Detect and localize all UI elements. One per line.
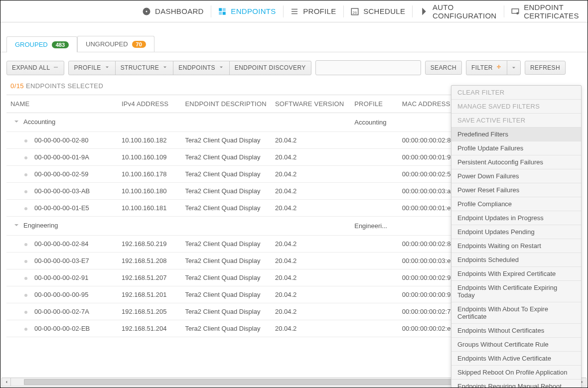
scroll-thumb[interactable] xyxy=(24,379,482,385)
tab-label: GROUPED xyxy=(15,41,48,48)
filter-menu-item[interactable]: Endpoint Updates in Progress xyxy=(451,211,581,225)
filter-dropdown[interactable]: CLEAR FILTERMANAGE SAVED FILTERSSAVE ACT… xyxy=(451,85,582,388)
status-dot-icon xyxy=(24,139,27,142)
profile-icon xyxy=(290,7,299,16)
status-dot-icon xyxy=(24,173,27,176)
autoconfig-icon xyxy=(420,7,429,16)
dashboard-icon xyxy=(142,7,151,16)
endpoints-button[interactable]: ENDPOINTS xyxy=(173,61,230,75)
search-button[interactable]: SEARCH xyxy=(425,61,462,75)
filter-menu-item: SAVE ACTIVE FILTER xyxy=(451,114,581,128)
status-dot-icon xyxy=(24,260,27,263)
search-box xyxy=(315,60,421,75)
col-ver[interactable]: SOFTWARE VERSION xyxy=(271,95,350,113)
col-ip[interactable]: IPv4 ADDRESS xyxy=(118,95,181,113)
status-dot-icon xyxy=(24,156,27,159)
selection-label: ENDPOINTS SELECTED xyxy=(26,82,103,90)
top-nav: DASHBOARD ENDPOINTS PROFILE 26 SCHEDULE … xyxy=(0,0,588,22)
chevron-down-icon xyxy=(104,64,110,72)
filter-menu-item[interactable]: Profile Update Failures xyxy=(451,141,581,155)
tab-count-badge: 483 xyxy=(52,41,69,48)
filter-menu-item[interactable]: Power Down Failures xyxy=(451,169,581,183)
status-dot-icon xyxy=(24,207,27,210)
certificates-icon xyxy=(511,7,520,16)
nav-dashboard[interactable]: DASHBOARD xyxy=(135,0,211,22)
svg-rect-7 xyxy=(292,11,297,12)
status-dot-icon xyxy=(24,243,27,246)
filter-menu-item[interactable]: Persistent Autoconfig Failures xyxy=(451,155,581,169)
tab-count-badge: 70 xyxy=(132,41,146,48)
nav-endpoints[interactable]: ENDPOINTS xyxy=(211,0,283,22)
filter-menu-item[interactable]: Endpoints With Expired Certificate xyxy=(451,267,581,281)
filter-menu-item[interactable]: Skipped Reboot On Profile Application xyxy=(451,366,581,380)
chevron-down-icon xyxy=(12,118,20,126)
chevron-down-icon xyxy=(12,221,20,229)
toolbar-group: PROFILE STRUCTURE ENDPOINTS ENDPOINT DIS… xyxy=(68,61,311,75)
scroll-left-arrow[interactable] xyxy=(2,378,11,386)
nav-certificates[interactable]: ENDPOINT CERTIFICATES xyxy=(504,0,588,22)
nav-label: SCHEDULE xyxy=(363,7,405,15)
structure-button[interactable]: STRUCTURE xyxy=(115,61,174,75)
filter-menu-item[interactable]: Endpoints With Certificate Expiring Toda… xyxy=(451,281,581,302)
svg-text:26: 26 xyxy=(353,10,357,14)
filter-menu-item[interactable]: Endpoints Scheduled xyxy=(451,253,581,267)
col-desc[interactable]: ENDPOINT DESCRIPTION xyxy=(181,95,271,113)
status-dot-icon xyxy=(24,328,27,331)
svg-rect-2 xyxy=(219,8,222,11)
selection-count: 0/15 xyxy=(10,82,24,90)
toolbar: EXPAND ALL PROFILE STRUCTURE ENDPOINTS E… xyxy=(0,52,588,80)
filter-menu-item[interactable]: Predefined Filters xyxy=(451,128,581,141)
svg-rect-8 xyxy=(292,13,297,14)
filter-menu-item[interactable]: Endpoints With Active Certificate xyxy=(451,352,581,366)
filter-menu-item[interactable]: Endpoints Requiring Manual Reboot xyxy=(451,380,581,388)
filter-menu-item[interactable]: Groups Without Certificate Rule xyxy=(451,338,581,352)
chevron-down-icon xyxy=(162,64,168,72)
endpoint-discovery-button[interactable]: ENDPOINT DISCOVERY xyxy=(229,61,311,75)
tab-label: UNGROUPED xyxy=(86,40,128,48)
move-icon xyxy=(496,64,502,72)
tab-grouped[interactable]: GROUPED 483 xyxy=(6,36,77,52)
search-input[interactable] xyxy=(315,60,421,75)
svg-point-1 xyxy=(146,10,147,12)
nav-autoconfig[interactable]: AUTO CONFIGURATION xyxy=(413,0,504,22)
status-dot-icon xyxy=(24,190,27,193)
svg-rect-6 xyxy=(292,8,297,9)
filter-menu-item[interactable]: MANAGE SAVED FILTERS xyxy=(451,100,581,114)
svg-rect-3 xyxy=(223,8,226,11)
tab-row: GROUPED 483 UNGROUPED 70 xyxy=(0,22,588,52)
svg-rect-5 xyxy=(223,11,226,14)
nav-label: ENDPOINTS xyxy=(231,7,276,15)
nav-schedule[interactable]: 26 SCHEDULE xyxy=(343,0,412,22)
nav-profile[interactable]: PROFILE xyxy=(283,0,343,22)
schedule-icon: 26 xyxy=(350,7,359,16)
col-name[interactable]: NAME xyxy=(6,95,118,113)
filter-menu-item[interactable]: Power Reset Failures xyxy=(451,183,581,197)
filter-menu-item[interactable]: Endpoint Updates Pending xyxy=(451,225,581,239)
status-dot-icon xyxy=(24,294,27,297)
filter-group: FILTER xyxy=(466,60,521,75)
filter-menu-item[interactable]: CLEAR FILTER xyxy=(451,86,581,100)
status-dot-icon xyxy=(24,277,27,280)
filter-menu-item[interactable]: Endpoints Without Certificates xyxy=(451,324,581,338)
chevron-down-icon xyxy=(218,64,224,72)
nav-label: PROFILE xyxy=(303,7,336,15)
expand-icon xyxy=(53,64,59,72)
tab-ungrouped[interactable]: UNGROUPED 70 xyxy=(77,36,154,52)
filter-menu-item[interactable]: Profile Compliance xyxy=(451,197,581,211)
chevron-down-icon xyxy=(511,65,517,71)
filter-menu-item[interactable]: Endpoints Waiting on Restart xyxy=(451,239,581,253)
svg-rect-4 xyxy=(219,11,222,14)
nav-label: DASHBOARD xyxy=(155,7,204,15)
filter-menu-item[interactable]: Endpoints With About To Expire Certifica… xyxy=(451,302,581,324)
svg-point-12 xyxy=(516,12,519,14)
endpoints-icon xyxy=(218,7,227,16)
expand-all-button[interactable]: EXPAND ALL xyxy=(6,61,64,75)
col-profile[interactable]: PROFILE xyxy=(350,95,398,113)
filter-dropdown-toggle[interactable] xyxy=(507,60,521,75)
nav-label: AUTO CONFIGURATION xyxy=(433,3,497,20)
refresh-button[interactable]: REFRESH xyxy=(525,61,566,75)
profile-button[interactable]: PROFILE xyxy=(68,61,115,75)
group-toggle[interactable]: Accounting xyxy=(10,118,55,126)
group-toggle[interactable]: Engineering xyxy=(10,221,58,229)
filter-button[interactable]: FILTER xyxy=(466,60,507,75)
